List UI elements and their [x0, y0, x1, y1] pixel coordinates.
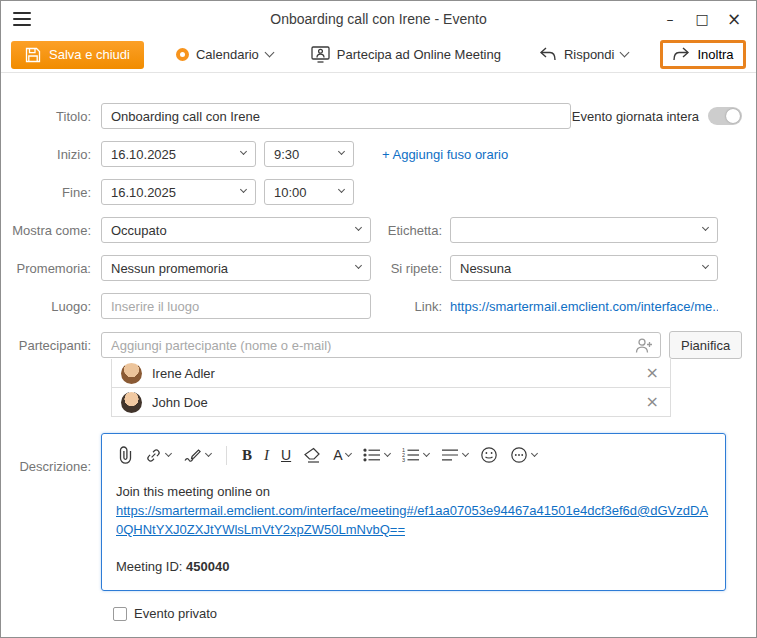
title-row: Titolo: Evento giornata intera: [1, 103, 756, 129]
bold-button[interactable]: B: [238, 444, 256, 467]
bold-icon: B: [242, 447, 252, 464]
showas-tag-row: Mostra come: Occupato Etichetta:: [1, 217, 756, 243]
repeat-select[interactable]: Nessuna: [450, 255, 718, 281]
chevron-down-icon: [384, 450, 391, 457]
description-content[interactable]: Join this meeting online on https://smar…: [102, 473, 725, 590]
reminder-value: Nessun promemoria: [111, 261, 228, 276]
private-event-row: Evento privato: [113, 606, 756, 621]
attendees-row: Partecipanti: Pianifica: [1, 331, 756, 359]
end-time-value: 10:00: [274, 185, 307, 200]
smiley-icon: [480, 446, 498, 464]
hyperlink-icon: [145, 447, 162, 464]
toggle-knob: [726, 109, 740, 123]
more-options-button[interactable]: [506, 443, 541, 467]
show-as-value: Occupato: [111, 223, 167, 238]
chevron-down-icon: [423, 450, 430, 457]
calendar-dropdown[interactable]: Calendario: [170, 46, 279, 63]
emoji-button[interactable]: [476, 443, 502, 467]
meeting-link[interactable]: https://smartermail.emclient.com/interfa…: [116, 502, 711, 540]
event-window: Onboarding call con Irene - Evento – □ ×…: [0, 0, 757, 638]
meeting-id-value: 450040: [186, 559, 229, 574]
attendee-row: Irene Adler ×: [111, 359, 671, 388]
chevron-down-icon: [205, 450, 212, 457]
description-editor: B I U: [101, 433, 726, 591]
tag-select[interactable]: [450, 217, 718, 243]
end-time-select[interactable]: 10:00: [264, 179, 354, 205]
calendar-color-icon: [176, 48, 189, 61]
reminder-repeat-row: Promemoria: Nessun promemoria Si ripete:…: [1, 255, 756, 281]
chevron-down-icon: [355, 262, 362, 269]
chevron-down-icon: [338, 186, 345, 193]
bullet-list-button[interactable]: [359, 445, 394, 465]
maximize-button[interactable]: □: [686, 5, 718, 33]
forward-button[interactable]: Inoltra: [660, 40, 745, 69]
divider: [226, 446, 227, 465]
reply-icon: [539, 47, 557, 62]
underline-button[interactable]: U: [277, 444, 295, 466]
reply-dropdown[interactable]: Rispondi: [533, 46, 635, 63]
forward-label: Inoltra: [697, 47, 733, 62]
chevron-down-icon: [531, 450, 538, 457]
join-online-meeting-button[interactable]: Partecipa ad Online Meeting: [305, 45, 507, 64]
italic-button[interactable]: I: [260, 444, 273, 467]
attendee-name: Irene Adler: [152, 366, 215, 381]
font-color-button[interactable]: A: [329, 444, 355, 466]
chevron-down-icon: [165, 450, 172, 457]
schedule-button[interactable]: Pianifica: [669, 331, 742, 359]
end-label: Fine:: [1, 185, 101, 200]
close-button[interactable]: ×: [718, 5, 750, 33]
chevron-down-icon: [264, 48, 274, 58]
chevron-down-icon: [345, 450, 352, 457]
alignment-button[interactable]: [437, 445, 472, 465]
calendar-label: Calendario: [196, 47, 259, 62]
description-row: Descrizione:: [1, 433, 756, 591]
remove-attendee-icon[interactable]: ×: [644, 394, 661, 410]
description-line: Join this meeting online on: [116, 483, 711, 502]
private-event-checkbox[interactable]: [113, 607, 127, 621]
add-person-icon[interactable]: [635, 337, 653, 354]
insert-link-button[interactable]: [141, 444, 175, 467]
remove-attendee-icon[interactable]: ×: [644, 365, 661, 381]
reminder-select[interactable]: Nessun promemoria: [101, 255, 371, 281]
signature-pen-icon: [183, 447, 202, 463]
description-label: Descrizione:: [1, 433, 101, 474]
location-label: Luogo:: [1, 299, 101, 314]
meeting-link-short[interactable]: https://smartermail.emclient.com/interfa…: [450, 299, 718, 314]
underline-icon: U: [281, 447, 291, 463]
chevron-down-icon: [240, 186, 247, 193]
title-label: Titolo:: [1, 109, 101, 124]
start-date-value: 16.10.2025: [111, 147, 176, 162]
chevron-down-icon: [702, 262, 709, 269]
window-controls: – □ ×: [654, 5, 750, 33]
minimize-button[interactable]: –: [654, 5, 686, 33]
attendee-row: John Doe ×: [111, 388, 671, 417]
all-day-toggle[interactable]: [708, 107, 742, 125]
end-date-value: 16.10.2025: [111, 185, 176, 200]
end-date-select[interactable]: 16.10.2025: [101, 179, 256, 205]
numbered-list-button[interactable]: 1 2 3: [398, 445, 433, 465]
italic-icon: I: [264, 447, 269, 464]
attach-file-button[interactable]: [114, 443, 137, 467]
meeting-id-label: Meeting ID:: [116, 559, 182, 574]
show-as-label: Mostra come:: [1, 223, 101, 238]
start-time-select[interactable]: 9:30: [264, 141, 354, 167]
signature-button[interactable]: [179, 444, 215, 466]
clear-formatting-button[interactable]: [299, 444, 325, 466]
chevron-down-icon: [240, 148, 247, 155]
start-label: Inizio:: [1, 147, 101, 162]
link-label: Link:: [371, 299, 450, 314]
start-date-select[interactable]: 16.10.2025: [101, 141, 256, 167]
save-and-close-button[interactable]: Salva e chiudi: [11, 41, 144, 69]
location-input[interactable]: [101, 293, 371, 319]
add-timezone-link[interactable]: + Aggiungi fuso orario: [382, 147, 508, 162]
save-and-close-label: Salva e chiudi: [49, 47, 130, 62]
hamburger-menu-icon[interactable]: [13, 12, 31, 26]
online-meeting-label: Partecipa ad Online Meeting: [337, 47, 501, 62]
font-color-icon: A: [333, 447, 342, 463]
chevron-down-icon: [702, 224, 709, 231]
show-as-select[interactable]: Occupato: [101, 217, 371, 243]
add-attendee-input[interactable]: [101, 332, 661, 358]
all-day-label: Evento giornata intera: [572, 109, 699, 124]
attendee-list: Irene Adler × John Doe ×: [111, 359, 671, 417]
title-input[interactable]: [101, 103, 571, 129]
